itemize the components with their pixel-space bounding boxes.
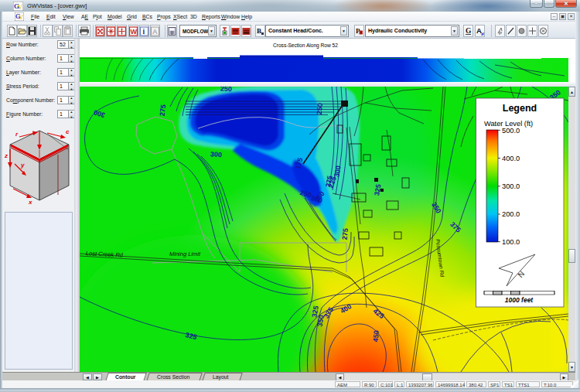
svg-text:250: 250	[220, 87, 233, 93]
svg-text:B: B	[257, 27, 261, 35]
svg-text:400.0: 400.0	[502, 155, 520, 162]
svg-text:y: y	[20, 162, 25, 169]
svg-text:100.0: 100.0	[502, 238, 520, 246]
svg-text:500.0: 500.0	[502, 127, 520, 135]
svg-text:200.0: 200.0	[502, 210, 520, 218]
svg-text:G: G	[466, 27, 472, 35]
svg-text:z: z	[4, 152, 8, 159]
svg-text:Legend: Legend	[503, 103, 537, 114]
svg-text:x: x	[28, 199, 32, 206]
svg-text:W: W	[131, 28, 138, 36]
svg-text:V: V	[19, 14, 23, 21]
svg-text:450: 450	[371, 330, 380, 343]
svg-text:A: A	[152, 28, 157, 36]
svg-text:275: 275	[159, 104, 168, 117]
svg-text:r: r	[15, 131, 19, 138]
svg-text:300.0: 300.0	[502, 182, 520, 190]
svg-text:c: c	[66, 128, 70, 135]
svg-text:300: 300	[210, 150, 223, 159]
svg-text:i: i	[143, 28, 145, 36]
svg-text:A: A	[476, 26, 482, 35]
svg-text:1000 feet: 1000 feet	[505, 296, 534, 304]
svg-text:250: 250	[316, 103, 324, 115]
svg-text:Mining Limit: Mining Limit	[169, 251, 201, 257]
svg-text:P: P	[499, 31, 502, 36]
svg-text:275: 275	[341, 228, 350, 240]
svg-text:V: V	[18, 3, 23, 11]
